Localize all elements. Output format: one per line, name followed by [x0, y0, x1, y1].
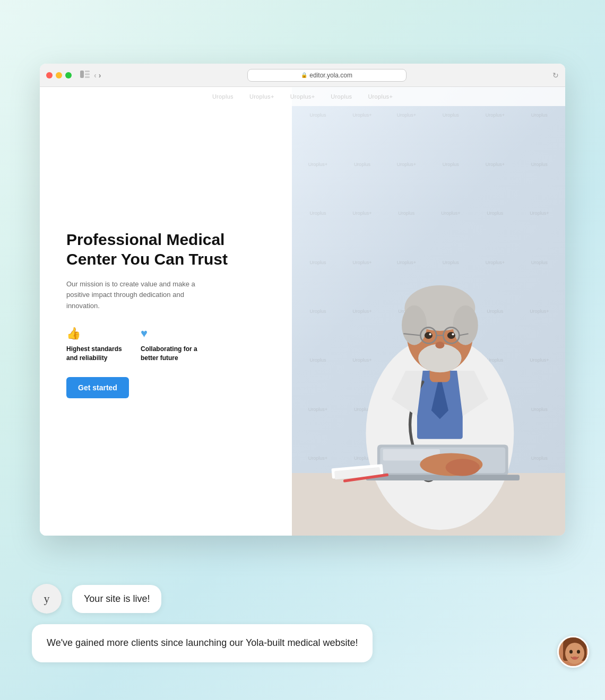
- svg-point-17: [452, 333, 454, 335]
- chat-bubble-testimonial: We've gained more clients since launchin…: [32, 624, 373, 662]
- svg-point-12: [453, 305, 478, 345]
- feature-label-2: Collaborating for a better future: [141, 345, 199, 363]
- features-row: 👍 Highest standards and reliability ♥ Co…: [66, 327, 271, 363]
- live-message-text: Your site is live!: [84, 593, 150, 604]
- chat-bubble-row-2: We've gained more clients since launchin…: [32, 624, 573, 662]
- svg-rect-0: [80, 71, 84, 78]
- sidebar-toggle-icon[interactable]: [80, 71, 90, 80]
- chat-bubble-row-1: y Your site is live!: [32, 584, 573, 614]
- svg-rect-30: [366, 475, 520, 480]
- svg-point-35: [446, 459, 480, 476]
- chat-section: y Your site is live! We've gained more c…: [0, 546, 605, 700]
- svg-point-41: [569, 650, 573, 653]
- nav-item-5: Uroplus+: [368, 93, 393, 100]
- svg-point-11: [402, 305, 427, 345]
- browser-content: Uroplus Uroplus+ Uroplus+ Uroplus Uroplu…: [40, 87, 565, 536]
- hero-subtitle: Our mission is to create value and make …: [66, 279, 210, 312]
- nav-item-3: Uroplus+: [290, 93, 315, 100]
- yola-avatar-label: y: [44, 592, 50, 606]
- nav-item-2: Uroplus+: [249, 93, 274, 100]
- get-started-button[interactable]: Get started: [66, 377, 129, 398]
- doctor-illustration: [292, 87, 565, 536]
- svg-point-14: [425, 332, 433, 339]
- nav-arrows: ‹ ›: [94, 71, 101, 80]
- feature-label-1: Highest standards and reliability: [66, 345, 125, 363]
- lock-icon: 🔒: [301, 72, 307, 78]
- chat-bubble-live: Your site is live!: [72, 585, 161, 613]
- site-nav: Uroplus Uroplus+ Uroplus+ Uroplus Uroplu…: [40, 87, 565, 106]
- hero-left: Professional Medical Center You Can Trus…: [40, 87, 292, 536]
- reload-icon[interactable]: ↻: [552, 71, 559, 80]
- browser-window: ‹ › 🔒 editor.yola.com ↻ Uroplus Uroplus+…: [40, 64, 565, 536]
- traffic-light-yellow[interactable]: [56, 72, 62, 78]
- svg-point-42: [577, 650, 580, 653]
- heart-icon: ♥: [141, 327, 199, 340]
- svg-point-16: [429, 333, 431, 335]
- hero-title: Professional Medical Center You Can Trus…: [66, 230, 271, 269]
- traffic-lights: [46, 72, 72, 78]
- back-arrow[interactable]: ‹: [94, 71, 97, 80]
- doctor-image: Uroplus Uroplus+ Uroplus+ Uroplus Uroplu…: [292, 87, 565, 536]
- feature-item-2: ♥ Collaborating for a better future: [141, 327, 199, 363]
- nav-item-1: Uroplus: [212, 93, 234, 100]
- hero-right: Uroplus Uroplus+ Uroplus+ Uroplus Uroplu…: [292, 87, 565, 536]
- address-bar[interactable]: 🔒 editor.yola.com: [247, 69, 407, 82]
- woman-avatar-svg: [559, 637, 589, 668]
- address-bar-container: 🔒 editor.yola.com: [116, 69, 538, 82]
- thumbs-up-icon: 👍: [66, 327, 125, 340]
- svg-point-15: [447, 332, 455, 339]
- traffic-light-red[interactable]: [46, 72, 53, 78]
- browser-chrome: ‹ › 🔒 editor.yola.com ↻: [40, 64, 565, 87]
- svg-point-43: [572, 657, 578, 660]
- url-text: editor.yola.com: [309, 72, 352, 79]
- forward-arrow[interactable]: ›: [99, 71, 101, 80]
- svg-point-40: [565, 643, 584, 664]
- testimonial-text: We've gained more clients since launchin…: [47, 637, 358, 648]
- yola-avatar: y: [32, 584, 62, 614]
- svg-rect-3: [85, 76, 90, 78]
- svg-rect-2: [85, 74, 90, 75]
- nav-item-4: Uroplus: [331, 93, 352, 100]
- user-avatar-photo: [557, 636, 589, 668]
- traffic-light-green[interactable]: [65, 72, 72, 78]
- svg-rect-1: [85, 71, 90, 72]
- feature-item-1: 👍 Highest standards and reliability: [66, 327, 125, 363]
- svg-point-18: [435, 342, 444, 348]
